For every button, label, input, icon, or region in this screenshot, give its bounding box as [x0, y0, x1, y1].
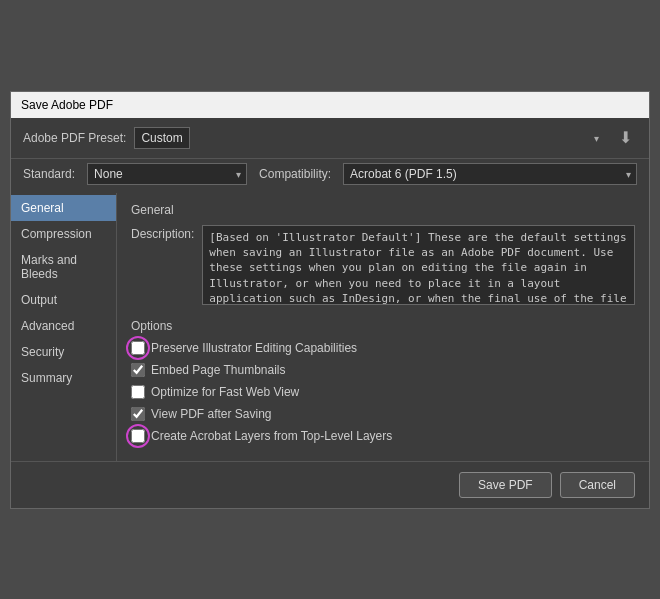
- create-layers-label[interactable]: Create Acrobat Layers from Top-Level Lay…: [151, 429, 392, 443]
- sidebar-item-output[interactable]: Output: [11, 287, 116, 313]
- compatibility-select-wrapper: Acrobat 6 (PDF 1.5): [343, 163, 637, 185]
- options-section: Options Preserve Illustrator Editing Cap…: [131, 319, 635, 443]
- preset-label: Adobe PDF Preset:: [23, 131, 126, 145]
- checkbox-row-optimize: Optimize for Fast Web View: [131, 385, 635, 399]
- sidebar-item-advanced[interactable]: Advanced: [11, 313, 116, 339]
- save-pdf-dialog: Save Adobe PDF Adobe PDF Preset: Custom …: [10, 91, 650, 509]
- standard-select[interactable]: None: [87, 163, 247, 185]
- description-label: Description:: [131, 225, 194, 241]
- preset-row: Adobe PDF Preset: Custom ⬇: [11, 118, 649, 159]
- main-area: General Compression Marks and Bleeds Out…: [11, 193, 649, 461]
- checkbox-row-embed: Embed Page Thumbnails: [131, 363, 635, 377]
- preserve-illustrator-checkbox[interactable]: [131, 341, 145, 355]
- sidebar-item-summary[interactable]: Summary: [11, 365, 116, 391]
- preset-select[interactable]: Custom: [134, 127, 190, 149]
- sidebar-item-compression[interactable]: Compression: [11, 221, 116, 247]
- sidebar: General Compression Marks and Bleeds Out…: [11, 193, 116, 461]
- sidebar-item-security[interactable]: Security: [11, 339, 116, 365]
- description-row: Description: [Based on 'Illustrator Defa…: [131, 225, 635, 305]
- content-area: General Description: [Based on 'Illustra…: [116, 193, 649, 461]
- optimize-web-label[interactable]: Optimize for Fast Web View: [151, 385, 299, 399]
- view-pdf-checkbox[interactable]: [131, 407, 145, 421]
- options-label: Options: [131, 319, 635, 333]
- checkbox-row-preserve: Preserve Illustrator Editing Capabilitie…: [131, 341, 635, 355]
- compatibility-select[interactable]: Acrobat 6 (PDF 1.5): [343, 163, 637, 185]
- sidebar-item-general[interactable]: General: [11, 195, 116, 221]
- embed-thumbnails-label[interactable]: Embed Page Thumbnails: [151, 363, 286, 377]
- standard-select-wrapper: None: [87, 163, 247, 185]
- footer: Save PDF Cancel: [11, 461, 649, 508]
- cancel-button[interactable]: Cancel: [560, 472, 635, 498]
- checkbox-row-view-pdf: View PDF after Saving: [131, 407, 635, 421]
- section-title: General: [131, 203, 635, 217]
- view-pdf-label[interactable]: View PDF after Saving: [151, 407, 272, 421]
- compatibility-label: Compatibility:: [259, 167, 331, 181]
- checkbox-row-create-layers: Create Acrobat Layers from Top-Level Lay…: [131, 429, 635, 443]
- embed-thumbnails-checkbox[interactable]: [131, 363, 145, 377]
- create-layers-checkbox[interactable]: [131, 429, 145, 443]
- standard-label: Standard:: [23, 167, 75, 181]
- description-textarea[interactable]: [Based on 'Illustrator Default'] These a…: [202, 225, 635, 305]
- preset-select-wrapper: Custom: [134, 127, 605, 149]
- title-bar: Save Adobe PDF: [11, 92, 649, 118]
- save-preset-icon[interactable]: ⬇: [613, 126, 637, 150]
- sidebar-item-marks-and-bleeds[interactable]: Marks and Bleeds: [11, 247, 116, 287]
- preserve-illustrator-label[interactable]: Preserve Illustrator Editing Capabilitie…: [151, 341, 357, 355]
- standard-row: Standard: None Compatibility: Acrobat 6 …: [11, 159, 649, 193]
- dialog-title: Save Adobe PDF: [21, 98, 113, 112]
- save-pdf-button[interactable]: Save PDF: [459, 472, 552, 498]
- optimize-web-checkbox[interactable]: [131, 385, 145, 399]
